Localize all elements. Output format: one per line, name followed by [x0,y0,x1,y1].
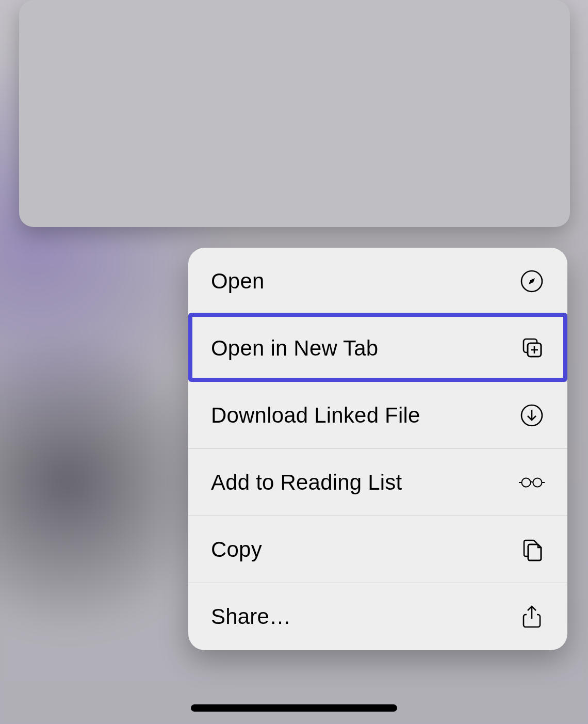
preview-shape-right [502,0,559,26]
menu-item-download-linked-file[interactable]: Download Linked File [188,382,567,449]
menu-item-share[interactable]: Share… [188,583,567,650]
menu-item-open-new-tab[interactable]: Open in New Tab [188,315,567,382]
svg-point-8 [521,478,530,487]
eyeglasses-icon [519,470,545,495]
doc-on-doc-icon [519,537,545,562]
arrow-down-circle-icon [519,403,545,428]
menu-item-label: Share… [211,604,291,629]
menu-item-label: Download Linked File [211,403,420,428]
plus-on-square-icon [519,335,545,361]
menu-item-label: Add to Reading List [211,470,402,495]
home-indicator[interactable] [191,704,397,712]
compass-icon [519,268,545,294]
svg-point-9 [533,478,542,487]
square-arrow-up-icon [519,604,545,630]
link-preview-card[interactable] [19,0,570,227]
menu-item-copy[interactable]: Copy [188,516,567,583]
link-context-menu: Open Open in New Tab Download Linked Fil… [188,248,567,650]
menu-item-open[interactable]: Open [188,248,567,315]
menu-item-label: Open in New Tab [211,336,378,361]
menu-item-label: Copy [211,537,262,562]
menu-item-add-to-reading-list[interactable]: Add to Reading List [188,449,567,516]
preview-shape-left [30,0,87,26]
menu-item-label: Open [211,269,265,294]
